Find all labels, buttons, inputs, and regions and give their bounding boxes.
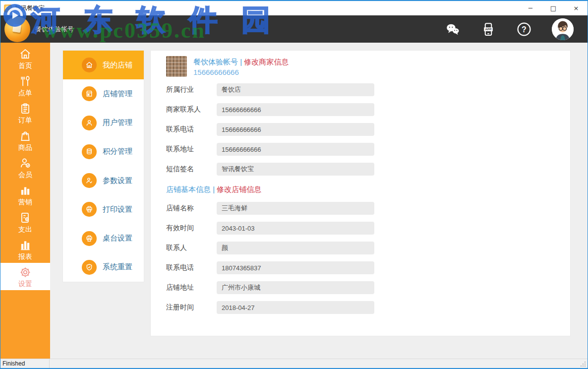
avatar[interactable] bbox=[552, 18, 574, 40]
menu-item-tables[interactable]: 桌台设置 bbox=[63, 224, 144, 253]
sidebar-item-label: 商品 bbox=[18, 144, 32, 151]
app-phone-icon: APP bbox=[481, 21, 496, 37]
menu-item-user-manage[interactable]: 用户管理 bbox=[63, 109, 144, 137]
separator: | bbox=[213, 185, 215, 193]
valid-until-field[interactable] bbox=[217, 222, 374, 235]
printer-icon bbox=[85, 205, 93, 213]
menu-item-label: 店铺管理 bbox=[103, 89, 132, 99]
person-icon bbox=[85, 119, 93, 127]
menu-item-label: 参数设置 bbox=[103, 176, 132, 185]
form-row: 短信签名 bbox=[166, 163, 555, 176]
sms-signature-field[interactable] bbox=[217, 163, 374, 176]
shop-name-field[interactable] bbox=[217, 202, 374, 215]
industry-field[interactable] bbox=[217, 83, 374, 96]
maximize-button[interactable]: □ bbox=[542, 1, 565, 15]
account-label: 餐饮体验帐号 bbox=[35, 25, 74, 34]
help-icon: ? bbox=[516, 21, 532, 37]
sidebar-item-orders[interactable]: 订单 bbox=[0, 99, 50, 126]
svg-text:?: ? bbox=[522, 25, 527, 33]
coins-icon bbox=[85, 148, 93, 156]
status-text: Finished bbox=[0, 359, 50, 368]
sidebar-item-label: 支出 bbox=[18, 226, 32, 233]
wechat-button[interactable] bbox=[445, 21, 461, 37]
menu-item-label: 系统重置 bbox=[103, 262, 132, 272]
content-area: 我的店铺 店铺管理 用户管理 bbox=[50, 43, 588, 359]
sidebar-item-label: 营销 bbox=[18, 198, 32, 205]
form-row: 店铺名称 bbox=[166, 202, 555, 215]
topbar: 餐饮体验帐号 APP bbox=[0, 15, 588, 43]
form-row: 联系电话 bbox=[166, 123, 555, 136]
field-label: 联系电话 bbox=[166, 263, 217, 272]
menu-circle bbox=[82, 173, 97, 188]
printer-icon bbox=[85, 235, 93, 243]
cutlery-icon bbox=[19, 75, 32, 88]
form-row: 有效时间 bbox=[166, 222, 555, 235]
shopping-bag-icon bbox=[19, 129, 32, 142]
menu-item-points-manage[interactable]: 积分管理 bbox=[63, 137, 144, 166]
form-row: 联系电话 bbox=[166, 261, 555, 274]
app-logo-icon bbox=[4, 16, 30, 42]
sidebar-item-home[interactable]: 首页 bbox=[0, 45, 50, 72]
field-label: 有效时间 bbox=[166, 224, 217, 233]
sidebar-item-label: 点单 bbox=[18, 89, 32, 96]
form-row: 商家联系人 bbox=[166, 103, 555, 116]
shop-phone-field[interactable] bbox=[217, 261, 374, 274]
merchant-phone: 15666666666 bbox=[193, 67, 289, 77]
edit-merchant-link[interactable]: 修改商家信息 bbox=[244, 58, 289, 66]
menu-item-label: 打印设置 bbox=[103, 205, 132, 214]
sidebar-item-goods[interactable]: 商品 bbox=[0, 126, 50, 154]
menu-item-print[interactable]: 打印设置 bbox=[63, 195, 144, 224]
field-label: 商家联系人 bbox=[166, 105, 217, 114]
field-label: 注册时间 bbox=[166, 303, 217, 312]
sidebar-item-label: 会员 bbox=[18, 171, 32, 178]
menu-circle bbox=[82, 58, 97, 72]
menu-circle bbox=[82, 202, 97, 217]
sidebar-item-reports[interactable]: 报表 bbox=[0, 236, 50, 263]
settings-menu: 我的店铺 店铺管理 用户管理 bbox=[62, 50, 144, 282]
form-row: 所属行业 bbox=[166, 83, 555, 96]
gear-icon bbox=[19, 266, 32, 279]
merchant-photo bbox=[166, 56, 187, 77]
report-chart-icon bbox=[19, 239, 32, 251]
titlebar: 智讯餐饮宝 ─ □ × bbox=[0, 1, 588, 15]
sidebar-item-marketing[interactable]: 营销 bbox=[0, 181, 50, 208]
clipboard-icon bbox=[19, 102, 32, 115]
field-label: 联系电话 bbox=[166, 125, 217, 134]
sidebar-item-members[interactable]: 会员 bbox=[0, 154, 50, 181]
menu-item-label: 我的店铺 bbox=[103, 61, 132, 70]
help-button[interactable]: ? bbox=[516, 21, 532, 37]
menu-item-system-reset[interactable]: 系统重置 bbox=[63, 253, 144, 282]
shop-contact-field[interactable] bbox=[217, 242, 374, 254]
person-check-icon bbox=[85, 177, 93, 184]
menu-item-my-shop[interactable]: 我的店铺 bbox=[63, 51, 144, 79]
merchant-address-field[interactable] bbox=[217, 143, 374, 156]
merchant-account-title: 餐饮体验帐号 bbox=[193, 58, 238, 66]
close-button[interactable]: × bbox=[565, 1, 588, 15]
minimize-button[interactable]: ─ bbox=[519, 1, 542, 15]
statusbar: Finished bbox=[0, 359, 588, 368]
menu-item-params[interactable]: 参数设置 bbox=[63, 166, 144, 195]
wechat-icon bbox=[445, 22, 461, 37]
form-row: 注册时间 bbox=[166, 301, 555, 314]
resize-grip[interactable] bbox=[585, 366, 586, 367]
shop-address-field[interactable] bbox=[217, 281, 374, 294]
form-row: 联系地址 bbox=[166, 143, 555, 156]
window-title: 智讯餐饮宝 bbox=[15, 4, 45, 12]
field-label: 联系人 bbox=[166, 244, 217, 252]
sidebar-item-expense[interactable]: 支出 bbox=[0, 208, 50, 236]
merchant-contact-field[interactable] bbox=[217, 103, 374, 116]
merchant-phone-field[interactable] bbox=[217, 123, 374, 136]
app-download-button[interactable]: APP bbox=[480, 21, 496, 37]
field-label: 所属行业 bbox=[166, 85, 217, 94]
register-date-field[interactable] bbox=[217, 301, 374, 314]
separator: | bbox=[240, 58, 242, 66]
menu-item-shop-manage[interactable]: 店铺管理 bbox=[63, 79, 144, 108]
field-label: 店铺名称 bbox=[166, 204, 217, 213]
field-label: 店铺地址 bbox=[166, 283, 217, 292]
menu-item-label: 用户管理 bbox=[103, 118, 132, 127]
form-row: 店铺地址 bbox=[166, 281, 555, 294]
sidebar-item-settings[interactable]: 设置 bbox=[0, 263, 50, 290]
menu-circle bbox=[82, 260, 97, 275]
edit-shop-link[interactable]: 修改店铺信息 bbox=[217, 185, 261, 193]
sidebar-item-order[interactable]: 点单 bbox=[0, 72, 50, 99]
